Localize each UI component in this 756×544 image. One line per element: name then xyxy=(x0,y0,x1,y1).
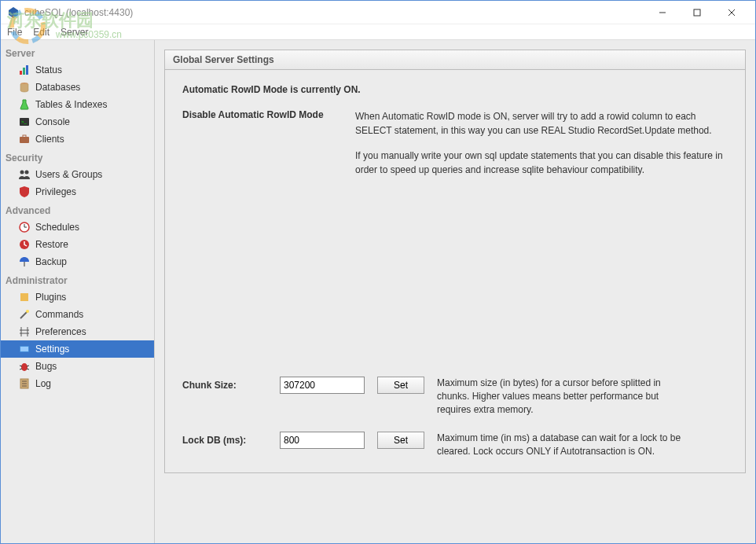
sidebar-item-console[interactable]: >_ Console xyxy=(1,113,154,130)
svg-line-34 xyxy=(20,369,22,369)
sidebar-item-backup[interactable]: Backup xyxy=(1,253,154,270)
svg-rect-8 xyxy=(23,68,25,75)
sidebar-item-label: Settings xyxy=(35,344,69,355)
umbrella-icon xyxy=(18,255,31,268)
svg-rect-9 xyxy=(26,65,28,75)
sidebar-item-label: Tables & Indexes xyxy=(35,99,107,110)
sidebar-item-label: Log xyxy=(35,378,51,389)
svg-text:>_: >_ xyxy=(21,119,28,124)
sidebar-item-label: Schedules xyxy=(35,222,79,233)
flask-icon xyxy=(18,98,31,111)
svg-point-16 xyxy=(25,171,29,175)
svg-marker-2 xyxy=(9,7,18,18)
sidebar-item-tables[interactable]: Tables & Indexes xyxy=(1,96,154,113)
rowid-status: Automatic RowID Mode is currently ON. xyxy=(182,84,728,95)
section-administrator: Administrator xyxy=(1,270,154,289)
section-server: Server xyxy=(1,43,154,61)
database-icon xyxy=(18,81,31,94)
sidebar-item-commands[interactable]: Commands xyxy=(1,306,154,323)
chunk-set-button[interactable]: Set xyxy=(377,377,424,394)
sidebar-item-label: Bugs xyxy=(35,361,57,372)
wand-icon xyxy=(18,308,31,321)
log-icon xyxy=(18,377,31,390)
main-panel: Global Server Settings Automatic RowID M… xyxy=(155,40,755,543)
maximize-button[interactable] xyxy=(680,2,714,24)
sidebar-item-label: Users & Groups xyxy=(35,169,102,180)
close-button[interactable] xyxy=(714,2,749,24)
shield-icon xyxy=(18,186,31,198)
sidebar-item-label: Backup xyxy=(35,256,67,267)
sidebar: Server Status Databases Tables & Indexes… xyxy=(1,40,155,543)
sidebar-item-preferences[interactable]: Preferences xyxy=(1,323,154,340)
sidebar-item-label: Restore xyxy=(35,239,68,250)
sidebar-item-databases[interactable]: Databases xyxy=(1,79,154,96)
svg-rect-22 xyxy=(20,293,28,301)
settings-icon xyxy=(18,343,31,355)
sidebar-item-log[interactable]: Log xyxy=(1,375,154,392)
lock-db-label: Lock DB (ms): xyxy=(182,432,267,446)
restore-icon xyxy=(18,238,31,251)
sidebar-item-label: Privileges xyxy=(35,186,76,197)
sidebar-item-label: Plugins xyxy=(35,292,66,303)
briefcase-icon xyxy=(18,133,31,145)
menubar: File Edit Server xyxy=(1,24,755,40)
chunk-size-input[interactable] xyxy=(280,377,365,394)
lock-set-button[interactable]: Set xyxy=(377,432,424,449)
sidebar-item-schedules[interactable]: Schedules xyxy=(1,219,154,236)
chunk-desc: Maximum size (in bytes) for a cursor bef… xyxy=(437,377,688,416)
sidebar-item-users[interactable]: Users & Groups xyxy=(1,166,154,183)
svg-rect-30 xyxy=(20,347,28,351)
sidebar-item-label: Commands xyxy=(35,309,83,320)
svg-rect-4 xyxy=(694,9,700,16)
section-advanced: Advanced xyxy=(1,200,154,219)
sidebar-item-label: Preferences xyxy=(35,326,86,337)
sidebar-item-label: Databases xyxy=(35,82,80,93)
app-icon xyxy=(7,6,20,19)
sidebar-item-label: Clients xyxy=(35,134,64,145)
panel-title: Global Server Settings xyxy=(165,50,745,70)
terminal-icon: >_ xyxy=(18,116,31,128)
sidebar-item-label: Status xyxy=(35,64,62,75)
svg-rect-14 xyxy=(23,135,26,138)
sidebar-item-restore[interactable]: Restore xyxy=(1,236,154,253)
lock-db-input[interactable] xyxy=(280,432,365,449)
plugin-icon xyxy=(18,291,31,303)
sidebar-item-label: Console xyxy=(35,116,70,127)
lock-desc: Maximum time (in ms) a database can wait… xyxy=(437,432,688,458)
rowid-description: When Automatic RowID mode is ON, server … xyxy=(355,109,728,188)
svg-line-35 xyxy=(27,369,29,369)
bars-icon xyxy=(18,64,31,76)
users-icon xyxy=(18,168,31,181)
sidebar-item-status[interactable]: Status xyxy=(1,61,154,79)
titlebar: cubeSQL (localhost:4430) xyxy=(1,1,755,24)
sidebar-item-settings[interactable]: Settings xyxy=(1,340,154,358)
disable-rowid-label: Disable Automatic RowID Mode xyxy=(182,109,339,188)
sidebar-item-privileges[interactable]: Privileges xyxy=(1,183,154,200)
bug-icon xyxy=(18,360,31,373)
sidebar-item-bugs[interactable]: Bugs xyxy=(1,358,154,375)
sidebar-item-clients[interactable]: Clients xyxy=(1,130,154,148)
menu-file[interactable]: File xyxy=(7,27,22,38)
svg-point-15 xyxy=(20,171,24,175)
svg-rect-7 xyxy=(20,71,22,75)
sidebar-item-plugins[interactable]: Plugins xyxy=(1,289,154,306)
pref-icon xyxy=(18,325,31,338)
window-title: cubeSQL (localhost:4430) xyxy=(24,7,645,18)
chunk-size-label: Chunk Size: xyxy=(182,377,267,391)
clock-icon xyxy=(18,221,31,233)
svg-point-24 xyxy=(26,310,29,313)
menu-edit[interactable]: Edit xyxy=(33,27,50,38)
svg-point-31 xyxy=(21,363,28,371)
menu-server[interactable]: Server xyxy=(61,27,88,38)
section-security: Security xyxy=(1,148,154,166)
minimize-button[interactable] xyxy=(645,2,680,24)
